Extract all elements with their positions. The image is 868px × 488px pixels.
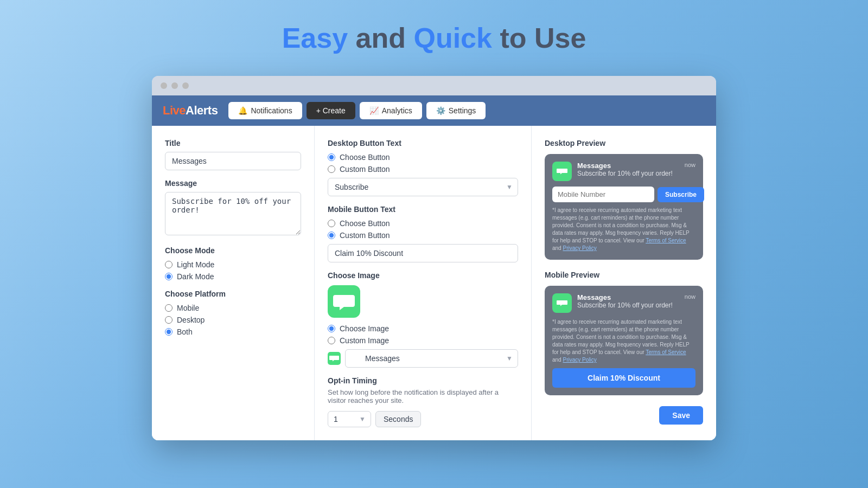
image-dropdown-wrapper: Messages ▼ bbox=[328, 349, 518, 368]
chart-icon: 📈 bbox=[369, 106, 379, 115]
desktop-preview-disclaimer: *I agree to receive recurring automated … bbox=[552, 207, 695, 252]
choose-image-radio[interactable] bbox=[328, 325, 335, 332]
mobile-custom-btn-option[interactable]: Custom Button bbox=[328, 231, 518, 240]
desktop-preview-time: now bbox=[685, 162, 695, 168]
mobile-preview-title: Mobile Preview bbox=[545, 271, 703, 279]
desktop-preview-card: Messages Subscribe for 10% off your orde… bbox=[545, 154, 703, 260]
privacy-link[interactable]: Privacy Policy bbox=[563, 245, 596, 251]
mobile-preview-icon bbox=[552, 293, 572, 313]
claim-discount-button[interactable]: Claim 10% Discount bbox=[552, 368, 695, 388]
mobile-preview-msg-sub: Subscribe for 10% off your order! bbox=[577, 301, 679, 309]
desktop-preview-input-row: Subscribe bbox=[552, 187, 695, 202]
mobile-radio[interactable] bbox=[165, 304, 173, 312]
middle-panel: Desktop Button Text Choose Button Custom… bbox=[315, 126, 532, 440]
timing-row: 1 2 5 10 ▼ Seconds bbox=[328, 411, 518, 427]
preview-subscribe-button[interactable]: Subscribe bbox=[658, 187, 704, 202]
left-panel: Title Message Subscribe for 10% off your… bbox=[152, 126, 315, 440]
subscribe-select[interactable]: Subscribe bbox=[328, 178, 518, 196]
terms-link[interactable]: Terms of Service bbox=[646, 237, 686, 243]
hero-title: Easy and Quick to Use bbox=[282, 22, 586, 54]
message-icon-svg bbox=[328, 285, 360, 318]
both-radio[interactable] bbox=[165, 328, 173, 336]
desktop-preview-title: Desktop Preview bbox=[545, 139, 703, 147]
save-button[interactable]: Save bbox=[659, 406, 703, 425]
mobile-preview-msg-title: Messages bbox=[577, 293, 679, 301]
mobile-terms-link[interactable]: Terms of Service bbox=[646, 349, 686, 355]
mobile-number-input[interactable] bbox=[552, 187, 654, 202]
opt-in-timing-title: Opt-in Timing bbox=[328, 376, 518, 385]
desktop-btn-text-title: Desktop Button Text bbox=[328, 139, 518, 147]
mobile-custom-radio[interactable] bbox=[328, 232, 335, 239]
browser-dot-red bbox=[161, 82, 167, 89]
message-textarea[interactable]: Subscribe for 10% off your order! bbox=[165, 192, 301, 235]
desktop-option[interactable]: Desktop bbox=[165, 316, 301, 324]
title-label: Title bbox=[165, 139, 301, 147]
desktop-choose-radio[interactable] bbox=[328, 153, 335, 161]
image-preview bbox=[328, 285, 360, 318]
desktop-choose-btn-option[interactable]: Choose Button bbox=[328, 153, 518, 162]
choose-image-title: Choose Image bbox=[328, 271, 518, 280]
desktop-preview-msg-sub: Subscribe for 10% off your order! bbox=[577, 170, 679, 177]
desktop-preview-text: Messages Subscribe for 10% off your orde… bbox=[577, 162, 679, 177]
timing-unit-label: Seconds bbox=[375, 411, 421, 427]
nav-bar: LiveAlerts 🔔 Notifications + Create 📈 An… bbox=[152, 95, 716, 126]
bell-icon: 🔔 bbox=[238, 106, 247, 115]
choose-image-option[interactable]: Choose Image bbox=[328, 324, 518, 333]
mobile-preview-header: Messages Subscribe for 10% off your orde… bbox=[552, 293, 695, 313]
dark-mode-option[interactable]: Dark Mode bbox=[165, 272, 301, 281]
browser-dot-green bbox=[182, 82, 189, 89]
logo-live: Live bbox=[163, 104, 186, 117]
mode-radio-group: Light Mode Dark Mode bbox=[165, 260, 301, 281]
desktop-preview-msg-title: Messages bbox=[577, 162, 679, 170]
nav-notifications-button[interactable]: 🔔 Notifications bbox=[228, 102, 302, 119]
browser-dot-yellow bbox=[171, 82, 178, 89]
gear-icon: ⚙️ bbox=[436, 106, 445, 115]
light-mode-radio[interactable] bbox=[165, 261, 173, 268]
browser-window: LiveAlerts 🔔 Notifications + Create 📈 An… bbox=[152, 76, 716, 440]
mobile-option[interactable]: Mobile bbox=[165, 304, 301, 312]
custom-image-option[interactable]: Custom Image bbox=[328, 336, 518, 345]
nav-analytics-button[interactable]: 📈 Analytics bbox=[360, 102, 422, 119]
desktop-radio[interactable] bbox=[165, 316, 173, 324]
custom-image-radio[interactable] bbox=[328, 337, 335, 344]
image-type-select[interactable]: Messages bbox=[345, 349, 518, 368]
mobile-privacy-link[interactable]: Privacy Policy bbox=[563, 357, 596, 363]
image-radio-group: Choose Image Custom Image bbox=[328, 324, 518, 345]
choose-mode-title: Choose Mode bbox=[165, 246, 301, 255]
desktop-custom-btn-option[interactable]: Custom Button bbox=[328, 165, 518, 174]
nav-settings-button[interactable]: ⚙️ Settings bbox=[426, 102, 486, 119]
dark-mode-radio[interactable] bbox=[165, 273, 173, 280]
timing-select[interactable]: 1 2 5 10 bbox=[328, 411, 371, 427]
message-label: Message bbox=[165, 179, 301, 188]
logo-alerts: Alerts bbox=[186, 104, 218, 117]
choose-platform-title: Choose Platform bbox=[165, 290, 301, 298]
mobile-custom-text-input[interactable] bbox=[328, 244, 518, 262]
mobile-preview-card: Messages Subscribe for 10% off your orde… bbox=[545, 286, 703, 395]
desktop-preview-icon bbox=[552, 162, 572, 181]
mobile-choose-radio[interactable] bbox=[328, 220, 335, 227]
timing-select-wrapper: 1 2 5 10 ▼ bbox=[328, 411, 371, 427]
mobile-btn-radio-group: Choose Button Custom Button bbox=[328, 219, 518, 240]
opt-in-timing-desc: Set how long before the notification is … bbox=[328, 388, 518, 404]
nav-create-button[interactable]: + Create bbox=[307, 102, 355, 119]
mobile-preview-time: now bbox=[685, 293, 695, 300]
desktop-preview-header: Messages Subscribe for 10% off your orde… bbox=[552, 162, 695, 181]
mobile-preview-text: Messages Subscribe for 10% off your orde… bbox=[577, 293, 679, 309]
subscribe-select-wrapper: Subscribe ▼ bbox=[328, 178, 518, 196]
platform-radio-group: Mobile Desktop Both bbox=[165, 304, 301, 336]
image-dropdown-icon bbox=[328, 352, 341, 365]
desktop-btn-radio-group: Choose Button Custom Button bbox=[328, 153, 518, 174]
title-input[interactable] bbox=[165, 152, 301, 170]
light-mode-option[interactable]: Light Mode bbox=[165, 260, 301, 269]
main-content: Title Message Subscribe for 10% off your… bbox=[152, 126, 716, 440]
browser-titlebar bbox=[152, 76, 716, 95]
desktop-custom-radio[interactable] bbox=[328, 165, 335, 173]
app-container: LiveAlerts 🔔 Notifications + Create 📈 An… bbox=[152, 95, 716, 440]
both-option[interactable]: Both bbox=[165, 328, 301, 336]
nav-logo: LiveAlerts bbox=[163, 104, 218, 118]
mobile-choose-btn-option[interactable]: Choose Button bbox=[328, 219, 518, 228]
right-panel: Desktop Preview Messages Subscribe for 1… bbox=[532, 126, 716, 440]
mobile-preview-disclaimer: *I agree to receive recurring automated … bbox=[552, 318, 695, 364]
mobile-btn-text-title: Mobile Button Text bbox=[328, 205, 518, 214]
